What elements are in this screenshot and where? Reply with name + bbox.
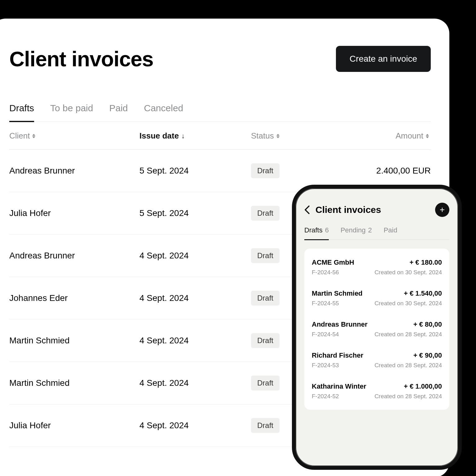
item-ref: F-2024-54 [312, 331, 339, 338]
list-item[interactable]: Martin Schmied+ € 1.540,00F-2024-55Creat… [312, 283, 442, 314]
item-ref: F-2024-53 [312, 362, 339, 369]
item-name: Martin Schmied [312, 289, 363, 298]
col-client[interactable]: Client [9, 131, 139, 141]
item-date: Created on 30 Sept. 2024 [374, 300, 442, 307]
cell-client: Johannes Eder [9, 293, 139, 303]
item-ref: F-2024-52 [312, 393, 339, 400]
status-badge: Draft [251, 333, 280, 348]
col-amount-label: Amount [395, 131, 423, 141]
cell-date: 4 Sept. 2024 [139, 336, 251, 346]
back-icon[interactable] [304, 205, 310, 214]
mobile-tab-count: 2 [368, 226, 372, 234]
item-ref: F-2024-56 [312, 269, 339, 276]
cell-client: Julia Hofer [9, 208, 139, 218]
cell-status: Draft [251, 163, 341, 178]
tab-canceled[interactable]: Canceled [144, 103, 183, 122]
status-badge: Draft [251, 206, 280, 221]
col-status[interactable]: Status [251, 131, 341, 141]
item-name: Richard Fischer [312, 351, 363, 359]
tab-to-be-paid[interactable]: To be paid [50, 103, 93, 122]
mobile-tabs: Drafts 6 Pending 2 Paid [304, 226, 449, 240]
tab-paid[interactable]: Paid [109, 103, 128, 122]
cell-client: Andreas Brunner [9, 251, 139, 261]
cell-client: Julia Hofer [9, 421, 139, 430]
mobile-tab-pending[interactable]: Pending 2 [341, 226, 372, 240]
mobile-list: ACME GmbH+ € 180.00F-2024-56Created on 3… [304, 249, 449, 410]
item-name: Katharina Winter [312, 382, 366, 390]
mobile-tab-label: Drafts [304, 226, 323, 234]
col-issue-date[interactable]: Issue date ↓ [139, 131, 251, 141]
col-issue-date-label: Issue date [139, 131, 179, 141]
cell-client: Martin Schmied [9, 336, 139, 346]
status-badge: Draft [251, 163, 280, 178]
cell-client: Martin Schmied [9, 378, 139, 388]
plus-icon: + [440, 205, 445, 215]
sort-icon [32, 133, 37, 139]
tab-drafts[interactable]: Drafts [9, 103, 34, 122]
mobile-tab-label: Paid [384, 226, 397, 234]
cell-date: 4 Sept. 2024 [139, 378, 251, 388]
list-item[interactable]: ACME GmbH+ € 180.00F-2024-56Created on 3… [312, 252, 442, 283]
sort-icon [276, 133, 281, 139]
list-item[interactable]: Richard Fischer+ € 90,00F-2024-53Created… [312, 345, 442, 376]
cell-client: Andreas Brunner [9, 166, 139, 176]
create-invoice-button[interactable]: Create an invoice [336, 46, 431, 72]
col-amount[interactable]: Amount [341, 131, 431, 141]
item-name: ACME GmbH [312, 258, 354, 267]
item-date: Created on 28 Sept. 2024 [374, 393, 442, 400]
item-amount: + € 1.000,00 [404, 382, 442, 390]
cell-date: 4 Sept. 2024 [139, 251, 251, 261]
item-amount: + € 90,00 [413, 351, 442, 359]
item-ref: F-2024-55 [312, 300, 339, 307]
mobile-tab-drafts[interactable]: Drafts 6 [304, 226, 329, 240]
item-amount: + € 1.540,00 [404, 289, 442, 298]
mobile-tab-count: 6 [325, 226, 329, 234]
mobile-title: Client invoices [315, 205, 430, 215]
list-item[interactable]: Andreas Brunner+ € 80,00F-2024-54Created… [312, 314, 442, 345]
item-name: Andreas Brunner [312, 320, 368, 328]
status-badge: Draft [251, 248, 280, 263]
cell-date: 4 Sept. 2024 [139, 293, 251, 303]
add-invoice-button[interactable]: + [435, 203, 449, 217]
item-amount: + € 80,00 [413, 320, 442, 328]
mobile-window: Client invoices + Drafts 6 Pending 2 Pai… [292, 185, 462, 470]
cell-date: 5 Sept. 2024 [139, 208, 251, 218]
mobile-tab-paid[interactable]: Paid [384, 226, 397, 240]
page-title: Client invoices [9, 47, 153, 71]
cell-date: 4 Sept. 2024 [139, 421, 251, 430]
item-date: Created on 30 Sept. 2024 [374, 269, 442, 276]
list-item[interactable]: Katharina Winter+ € 1.000,00F-2024-52Cre… [312, 376, 442, 407]
col-status-label: Status [251, 131, 274, 141]
sort-icon [426, 133, 431, 139]
item-date: Created on 28 Sept. 2024 [374, 331, 442, 338]
status-badge: Draft [251, 418, 280, 433]
status-badge: Draft [251, 291, 280, 306]
mobile-tab-label: Pending [341, 226, 366, 234]
item-amount: + € 180.00 [409, 258, 442, 267]
col-client-label: Client [9, 131, 30, 141]
status-badge: Draft [251, 376, 280, 390]
sort-down-icon: ↓ [181, 133, 185, 139]
desktop-tabs: Drafts To be paid Paid Canceled [9, 103, 431, 122]
cell-date: 5 Sept. 2024 [139, 166, 251, 176]
item-date: Created on 28 Sept. 2024 [374, 362, 442, 369]
cell-amount: 2.400,00 EUR [341, 166, 431, 176]
table-header: Client Issue date ↓ Status Amount [9, 122, 431, 150]
